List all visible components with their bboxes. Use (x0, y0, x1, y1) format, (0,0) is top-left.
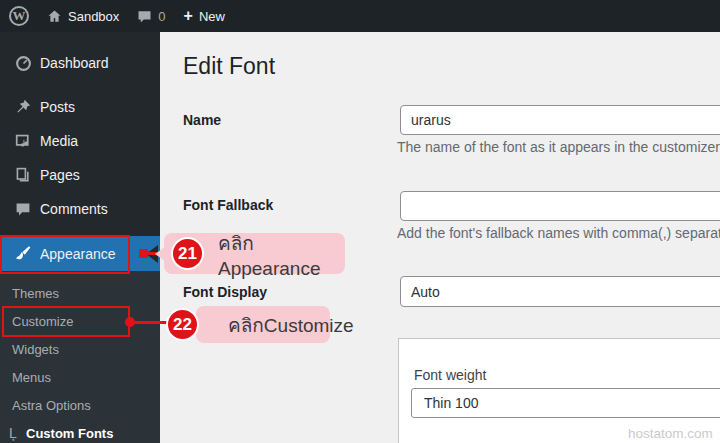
submenu-item-label: Menus (12, 370, 51, 385)
admin-sidebar: Dashboard Posts Media Pages (0, 32, 160, 443)
submenu-item-label: Astra Options (12, 398, 91, 413)
sidebar-item-dashboard[interactable]: Dashboard (0, 46, 160, 80)
submenu-item-custom-fonts[interactable]: Ļ Custom Fonts (0, 419, 160, 443)
connector-line-22 (130, 321, 170, 324)
display-field-label: Font Display (183, 284, 267, 300)
home-icon (47, 9, 62, 24)
callout-label-22: คลิกCustomize (228, 310, 354, 340)
font-fallback-input[interactable] (400, 191, 720, 221)
sidebar-item-label: Comments (40, 201, 108, 217)
font-display-value: Auto (411, 284, 440, 300)
sidebar-item-appearance[interactable]: Appearance (0, 236, 160, 271)
fallback-field-label: Font Fallback (183, 197, 273, 213)
submenu-item-widgets[interactable]: Widgets (0, 335, 160, 363)
wp-logo-menu[interactable]: W (0, 0, 38, 32)
site-name-menu[interactable]: Sandbox (38, 0, 128, 32)
plus-icon: + (184, 8, 193, 24)
paintbrush-icon (14, 245, 32, 263)
submenu-item-label: Customize (12, 314, 73, 329)
submenu-item-label: Widgets (12, 342, 59, 357)
font-weight-value: Thin 100 (424, 395, 478, 411)
sidebar-item-label: Dashboard (40, 55, 109, 71)
appearance-submenu: Themes Customize Widgets Menus Astra Opt… (0, 271, 160, 443)
sidebar-item-label: Posts (40, 99, 75, 115)
sidebar-item-posts[interactable]: Posts (0, 90, 160, 124)
comment-bubble-icon (137, 9, 152, 24)
callout-tail-21 (155, 247, 165, 261)
sidebar-item-label: Appearance (40, 246, 116, 262)
submenu-item-label: Custom Fonts (26, 426, 113, 441)
font-weight-select[interactable]: Thin 100 (411, 388, 720, 418)
pushpin-icon (14, 98, 32, 116)
sidebar-item-label: Pages (40, 167, 80, 183)
media-icon (14, 132, 32, 150)
new-menu[interactable]: + New (175, 0, 234, 32)
sidebar-item-media[interactable]: Media (0, 124, 160, 158)
name-field-label: Name (183, 112, 221, 128)
submenu-item-label: Themes (12, 286, 59, 301)
sidebar-item-pages[interactable]: Pages (0, 158, 160, 192)
wordpress-logo-icon: W (9, 6, 29, 26)
callout-label-21: คลิก Appearance (218, 228, 345, 280)
submenu-item-astra-options[interactable]: Astra Options (0, 391, 160, 419)
font-name-input[interactable] (400, 105, 720, 135)
comments-icon (14, 200, 32, 218)
comments-admin-bar[interactable]: 0 (128, 0, 174, 32)
watermark-text: hostatom.com (628, 426, 713, 441)
pages-icon (14, 166, 32, 184)
admin-bar: W Sandbox 0 + New (0, 0, 720, 32)
step-number-21: 21 (178, 244, 197, 264)
page-title: Edit Font (183, 53, 275, 80)
fallback-help-text: Add the font's fallback names with comma… (397, 225, 720, 241)
submenu-item-menus[interactable]: Menus (0, 363, 160, 391)
font-weight-label: Font weight (414, 367, 486, 383)
submenu-item-themes[interactable]: Themes (0, 279, 160, 307)
callout-bubble-22: คลิกCustomize (196, 306, 330, 343)
step-badge-22: 22 (166, 308, 199, 341)
sidebar-item-label: Media (40, 133, 78, 149)
dashboard-icon (14, 54, 32, 72)
new-label: New (199, 9, 225, 24)
comments-count: 0 (158, 9, 165, 24)
step-number-22: 22 (173, 315, 192, 335)
site-name-label: Sandbox (68, 9, 119, 24)
font-display-select[interactable]: Auto (400, 276, 720, 307)
name-help-text: The name of the font as it appears in th… (397, 139, 720, 155)
sidebar-item-comments[interactable]: Comments (0, 192, 160, 226)
cursor-glyph-icon: Ļ (9, 425, 24, 441)
step-badge-21: 21 (171, 237, 204, 270)
